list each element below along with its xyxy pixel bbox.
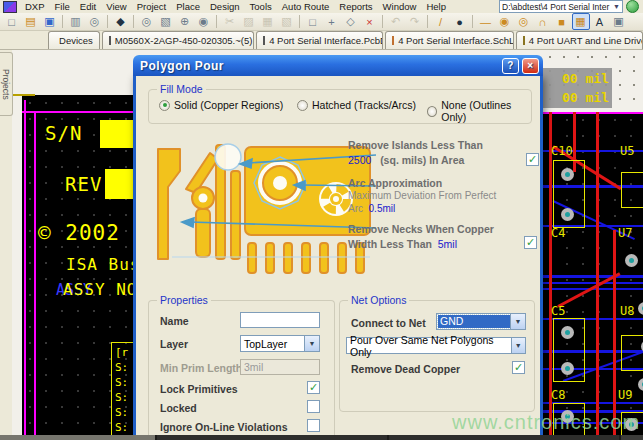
fit-area-icon[interactable]: ▧ xyxy=(157,13,175,30)
silk-box-line: [r xyxy=(115,345,135,360)
projects-panel-tab[interactable]: Projects xyxy=(0,52,13,116)
heads-up-display: 00 mil00 mil xyxy=(543,68,612,108)
place-string-icon[interactable]: A xyxy=(591,13,609,30)
place-via-icon[interactable]: ◎ xyxy=(515,13,533,30)
component-ref: U8 xyxy=(620,304,634,318)
cut-icon[interactable]: ✂ xyxy=(221,13,239,30)
silk-fill-rect xyxy=(105,169,133,199)
menu-tools[interactable]: Tools xyxy=(245,1,277,12)
locked-checkbox[interactable] xyxy=(307,400,320,413)
menu-view[interactable]: View xyxy=(101,1,131,12)
taskbar-edge xyxy=(0,435,643,440)
radio-hatched[interactable]: Hatched (Tracks/Arcs) xyxy=(297,99,416,111)
save-file-icon[interactable]: ▣ xyxy=(41,13,59,30)
clear-filter-icon[interactable]: × xyxy=(361,13,379,30)
deselect-icon[interactable]: ◇ xyxy=(342,13,360,30)
zoom-selection-icon[interactable]: ◉ xyxy=(195,13,213,30)
tab-serial-pcbdoc[interactable]: 4 Port Serial Interface.PcbDoc xyxy=(256,31,383,49)
menu-design[interactable]: Design xyxy=(205,1,245,12)
dialog-title-bar[interactable]: Polygon Pour ? × xyxy=(133,55,543,76)
dead-copper-checkbox[interactable]: ✓ xyxy=(512,361,525,374)
layer-combo[interactable]: TopLayer▼ xyxy=(240,335,320,352)
board-outline-inner xyxy=(34,111,36,436)
help-button[interactable]: ? xyxy=(502,58,519,74)
fill-mode-group: Fill Mode Solid (Copper Regions) Hatched… xyxy=(148,89,532,124)
zoom-in-icon[interactable]: ⊕ xyxy=(176,13,194,30)
chevron-down-icon[interactable]: ▼ xyxy=(304,336,319,351)
print-icon[interactable]: ▥ xyxy=(67,13,85,30)
chevron-down-icon[interactable]: ▼ xyxy=(510,314,525,329)
silk-box-line: S: xyxy=(115,405,135,420)
tab-serial-schlib[interactable]: 4 Port Serial Interface.SchLib * xyxy=(385,31,514,49)
check-icon: ✓ xyxy=(309,381,318,394)
silk-box-line: S: xyxy=(115,375,135,390)
place-arc-icon[interactable]: ∩ xyxy=(534,13,552,30)
connect-to-net-label: Connect to Net xyxy=(351,317,426,329)
pour-over-combo[interactable]: Pour Over Same Net Polygons Only▼ xyxy=(346,337,526,354)
interactive-routing-icon[interactable]: / xyxy=(432,13,450,30)
menu-auto-route[interactable]: Auto Route xyxy=(277,1,335,12)
dialog-title: Polygon Pour xyxy=(140,59,224,73)
menu-edit[interactable]: Edit xyxy=(75,1,101,12)
place-pad-icon[interactable]: ◉ xyxy=(496,13,514,30)
polygon-pour-dialog: Polygon Pour ? × Fill Mode Solid (Copper… xyxy=(133,75,543,440)
view-3d-icon[interactable]: ◆ xyxy=(112,13,130,30)
place-component-icon[interactable]: ▣ xyxy=(610,13,628,30)
place-track-icon[interactable]: — xyxy=(477,13,495,30)
paste-icon[interactable]: ▦ xyxy=(259,13,277,30)
select-area-icon[interactable]: □ xyxy=(304,13,322,30)
tab-devices[interactable]: Devices xyxy=(48,31,100,49)
menu-file[interactable]: File xyxy=(50,1,75,12)
silk-fill-rect xyxy=(100,120,133,148)
dead-copper-label: Remove Dead Copper xyxy=(351,363,460,375)
islands-value[interactable]: 2500 xyxy=(348,154,371,166)
menu-reports[interactable]: Reports xyxy=(334,1,377,12)
menu-help[interactable]: Help xyxy=(421,1,451,12)
chevron-down-icon[interactable]: ▼ xyxy=(511,338,525,353)
radio-icon xyxy=(159,100,170,111)
silk-text-assy: ASSY NO xyxy=(63,280,137,299)
radio-solid[interactable]: Solid (Copper Regions) xyxy=(159,99,283,111)
tab-uart-drivers[interactable]: 4 Port UART and Line Drivers. xyxy=(516,31,643,49)
fit-document-icon[interactable]: ◎ xyxy=(138,13,156,30)
close-button[interactable]: × xyxy=(522,58,539,74)
main-toolbar: □ ▤ ▣ ▥ ◎ ◆ ◎ ▧ ⊕ ◉ ✂ ▨ ▦ ▧ □ + ◇ × ↶ ↷ … xyxy=(0,13,643,31)
connect-net-combo[interactable]: GND▼ xyxy=(436,313,526,330)
islands-label-2: 2500 (sq. mils) In Area xyxy=(348,154,464,166)
menu-dxp[interactable]: DXP xyxy=(20,1,50,12)
menu-window[interactable]: Window xyxy=(378,1,422,12)
paste-array-icon[interactable]: ▧ xyxy=(278,13,296,30)
arc-value[interactable]: 0.5mil xyxy=(369,203,396,214)
necks-checkbox[interactable]: ✓ xyxy=(524,236,537,249)
help-globe-icon[interactable] xyxy=(626,0,639,13)
chevron-down-icon: ▼ xyxy=(613,3,620,10)
necks-value[interactable]: 5mil xyxy=(438,238,457,250)
menu-project[interactable]: Project xyxy=(132,1,172,12)
tab-pcb-m0560x[interactable]: M0560X-2AGP-450-020305.~(5).PCB xyxy=(102,31,254,49)
pcb-routed-area[interactable]: 00 mil00 mil C10 U5 C4 U7 C5 U8 xyxy=(543,50,643,436)
document-path-combo[interactable]: D:\abdtest\4 Port Serial Inter▼ xyxy=(499,0,623,13)
radio-none[interactable]: None (Outlines Only) xyxy=(427,99,531,123)
find-similar-icon[interactable]: ● xyxy=(451,13,469,30)
copy-icon[interactable]: ▨ xyxy=(240,13,258,30)
pcb-doc-icon xyxy=(109,36,111,45)
lock-primitives-label: Lock Primitives xyxy=(160,383,238,395)
app-icon xyxy=(3,1,17,13)
undo-icon[interactable]: ↶ xyxy=(387,13,405,30)
menu-bar: DXP File Edit View Project Place Design … xyxy=(0,0,643,13)
menu-place[interactable]: Place xyxy=(171,1,205,12)
polygon-pour-icon[interactable]: ▦ xyxy=(572,13,590,30)
name-input[interactable] xyxy=(240,312,320,328)
move-selection-icon[interactable]: + xyxy=(323,13,341,30)
print-preview-icon[interactable]: ◎ xyxy=(86,13,104,30)
redo-icon[interactable]: ↷ xyxy=(406,13,424,30)
place-fill-icon[interactable]: ■ xyxy=(553,13,571,30)
new-document-icon[interactable]: □ xyxy=(3,13,21,30)
islands-checkbox[interactable]: ✓ xyxy=(526,153,539,166)
lock-primitives-checkbox[interactable]: ✓ xyxy=(307,381,320,394)
watermark: www.cntronics.com xyxy=(452,411,640,434)
component-ref: C4 xyxy=(551,226,565,240)
ignore-violations-checkbox[interactable] xyxy=(307,419,320,432)
check-icon: ✓ xyxy=(514,361,523,374)
open-file-icon[interactable]: ▤ xyxy=(22,13,40,30)
